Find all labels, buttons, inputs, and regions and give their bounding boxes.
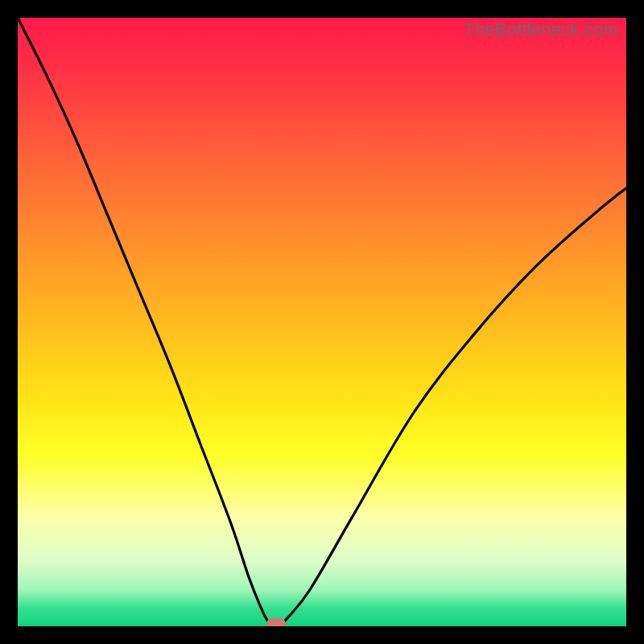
plot-area: TheBottleneck.com (18, 18, 626, 626)
bottleneck-curve (18, 18, 626, 626)
chart-container: TheBottleneck.com (0, 0, 644, 644)
curve-path (18, 18, 626, 626)
minimum-marker (266, 618, 286, 626)
watermark-text: TheBottleneck.com (464, 19, 618, 40)
